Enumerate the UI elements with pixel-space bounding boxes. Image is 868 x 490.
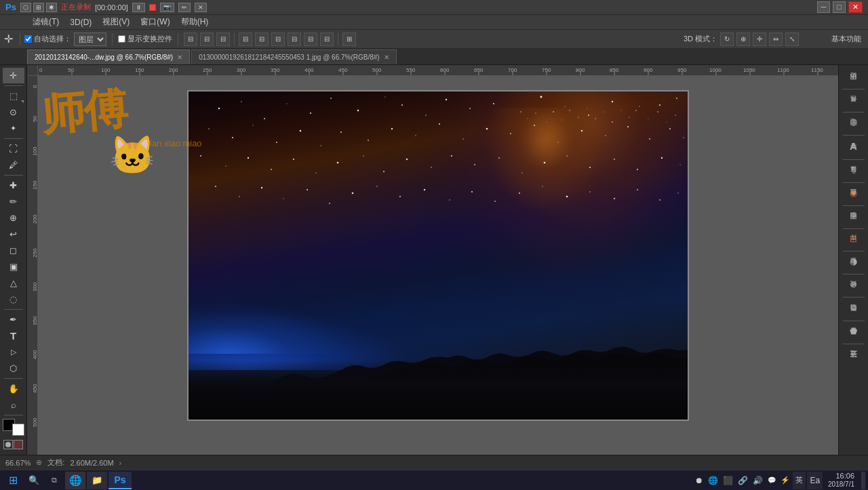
menu-help[interactable]: 帮助(H) [176, 15, 214, 29]
layer-select[interactable]: 图层 [74, 33, 106, 46]
selection-tool-btn[interactable]: ⬚ [3, 88, 24, 104]
start-button[interactable]: ⊞ [3, 472, 23, 489]
menu-3d[interactable]: 3D(D) [64, 16, 97, 28]
magic-wand-tool-btn[interactable]: ✦ [3, 121, 24, 136]
svg-text:1050: 1050 [743, 67, 755, 73]
spacing-icon[interactable]: ⊞ [342, 33, 356, 46]
distribute-4-btn[interactable]: ⊟ [288, 33, 301, 46]
pencil-btn[interactable]: ✏ [178, 3, 191, 12]
menu-filter[interactable]: 滤镜(T) [27, 15, 64, 29]
swatches-panel-btn[interactable]: ⊞ 色板 [840, 207, 867, 227]
maximize-btn[interactable]: □ [833, 1, 846, 13]
channels-panel-btn[interactable]: ☰ 通道 [840, 346, 867, 365]
show-desktop-btn[interactable] [861, 472, 865, 489]
text-panel-btn[interactable]: A 字符 [840, 137, 867, 158]
layers-panel-btn[interactable]: ⧉ 图层 [840, 299, 867, 319]
history-panel-btn[interactable]: ⊞ 历史 [840, 68, 867, 87]
clock-display[interactable]: 16:06 2018/7/1 [824, 472, 859, 489]
dodge-tool-btn[interactable]: ◌ [3, 291, 24, 307]
battery-icon[interactable]: ⬛ [722, 476, 734, 485]
record-icon[interactable]: ⏺ [694, 476, 705, 485]
doc-tab-2[interactable]: 0130000019261812184245550453 1.jpg @ 66.… [191, 49, 396, 64]
3d-slide-btn[interactable]: ⇔ [769, 33, 783, 46]
minimize-btn[interactable]: ─ [817, 1, 831, 13]
paint-panel-btn[interactable]: ⬡ 图笔 [840, 114, 867, 134]
pause-btn[interactable]: ⏸ [132, 3, 145, 12]
distribute-6-btn[interactable]: ⊟ [320, 33, 334, 46]
svg-point-142 [637, 189, 638, 190]
clone-tool-btn[interactable]: ⊕ [3, 210, 24, 226]
close-recording-btn[interactable]: ✕ [195, 3, 207, 12]
close-tab-2[interactable]: ✕ [384, 54, 389, 61]
search-button[interactable]: 🔍 [24, 472, 43, 489]
3d-pan-btn[interactable]: ✛ [753, 33, 766, 46]
menu-view[interactable]: 视图(V) [97, 15, 135, 29]
doc-tab-1[interactable]: 20120123142640-...dw.jpg @ 66.7%(RGB/8#)… [27, 49, 190, 64]
status-arrow[interactable]: › [119, 459, 122, 467]
align-right-btn[interactable]: ⊟ [216, 33, 230, 46]
input-method[interactable]: 英 [793, 472, 806, 489]
input-mode-ea[interactable]: Ea [807, 472, 823, 489]
distribute-3-btn[interactable]: ⊟ [271, 33, 285, 46]
svg-text:450: 450 [338, 67, 348, 73]
panel-separator-1 [843, 89, 865, 89]
properties-panel-btn[interactable]: ≡ 属性 [840, 91, 867, 110]
svg-point-75 [588, 115, 589, 116]
color-swatches[interactable] [3, 419, 24, 436]
library-panel-btn[interactable]: ⊟ 库 [840, 230, 867, 249]
hand-tool-btn[interactable]: ✋ [3, 381, 24, 396]
svg-text:200: 200 [32, 214, 38, 224]
3d-rotate-btn[interactable]: ↻ [720, 33, 734, 46]
edge-button[interactable]: 🌐 [65, 472, 85, 489]
styles-panel-btn[interactable]: ⊛ 样式 [840, 276, 867, 295]
distribute-5-btn[interactable]: ⊟ [304, 33, 317, 46]
path-select-btn[interactable]: ▷ [3, 344, 24, 360]
pen-tool-btn[interactable]: ✒ [3, 312, 24, 327]
3d-scale-btn[interactable]: ⤡ [785, 33, 799, 46]
tool-separator-5 [4, 378, 23, 379]
paths-panel-btn[interactable]: ⬟ 路径 [840, 323, 867, 342]
3d-roll-btn[interactable]: ⊕ [736, 33, 750, 46]
history-brush-btn[interactable]: ↩ [3, 226, 24, 242]
browser-tray-icon[interactable]: 🌐 [707, 476, 719, 485]
blur-tool-btn[interactable]: △ [3, 275, 24, 291]
network-icon[interactable]: 🔗 [736, 476, 749, 485]
heal-tool-btn[interactable]: ✚ [3, 178, 24, 193]
transform-check[interactable]: 显示变换控件 [118, 34, 172, 44]
ps-taskbar-button[interactable]: Ps [108, 472, 132, 489]
lasso-tool-btn[interactable]: ⊙ [3, 104, 24, 120]
auto-select-check[interactable]: 自动选择： [24, 34, 71, 44]
align-center-btn[interactable]: ⊟ [200, 33, 214, 46]
close-tab-1[interactable]: ✕ [177, 54, 182, 61]
distribute-1-btn[interactable]: ⊟ [239, 33, 252, 46]
paragraph-panel-btn[interactable]: ¶ 段落 [840, 161, 867, 181]
quick-mask-btn[interactable] [3, 438, 24, 452]
move-tool-btn[interactable]: ✛ [3, 68, 24, 83]
adjustments-panel-btn[interactable]: ◑ 调整 [840, 253, 867, 272]
text-tool-btn[interactable]: T [3, 328, 24, 344]
gradient-tool-btn[interactable]: ▣ [3, 259, 24, 274]
eyedropper-tool-btn[interactable]: 🖉 [3, 157, 24, 173]
brush-tool-btn[interactable]: ✏ [3, 194, 24, 209]
svg-text:900: 900 [644, 67, 653, 73]
crop-tool-btn[interactable]: ⛶ [3, 141, 24, 157]
volume-icon[interactable]: 🔊 [751, 476, 764, 485]
tool-separator-6 [4, 415, 23, 415]
stop-btn[interactable] [149, 4, 156, 11]
svg-point-86 [340, 131, 342, 133]
camera-btn[interactable]: 📷 [160, 3, 174, 12]
distribute-2-btn[interactable]: ⊟ [255, 33, 269, 46]
eraser-tool-btn[interactable]: ◻ [3, 243, 24, 258]
bluetooth-icon[interactable]: ⚡ [779, 476, 791, 485]
close-btn[interactable]: ✕ [848, 1, 863, 13]
zoom-tool-btn[interactable]: ⌕ [3, 397, 24, 413]
align-left-btn[interactable]: ⊟ [184, 33, 197, 46]
shape-tool-btn[interactable]: ⬡ [3, 361, 24, 376]
task-view-button[interactable]: ⧉ [45, 472, 64, 489]
explorer-button[interactable]: 📁 [87, 472, 107, 489]
svg-text:800: 800 [576, 67, 585, 73]
svg-text:500: 500 [372, 67, 382, 73]
notification-icon[interactable]: 💬 [766, 476, 777, 484]
color-panel-btn[interactable]: ◉ 颜色 [840, 184, 867, 204]
menu-window[interactable]: 窗口(W) [135, 15, 175, 29]
